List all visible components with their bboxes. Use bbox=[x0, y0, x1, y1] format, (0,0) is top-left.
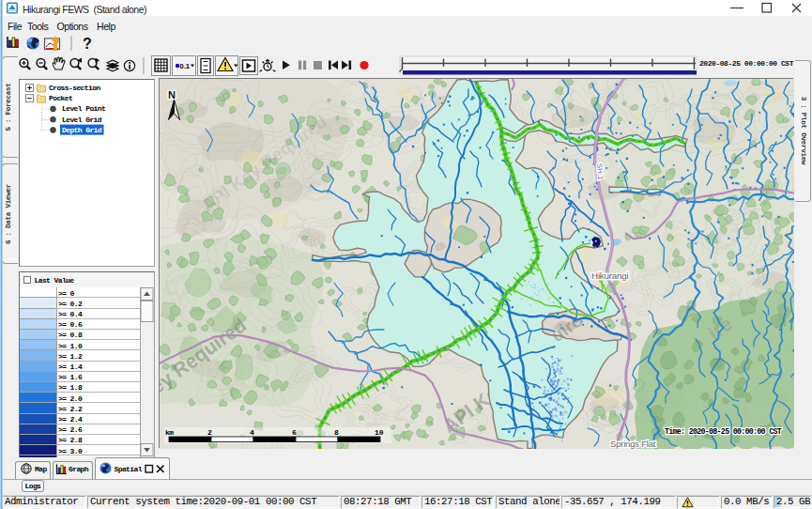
svg-text:SH 1: SH 1 bbox=[595, 163, 605, 181]
svg-text:km: km bbox=[165, 428, 174, 437]
svg-text:?: ? bbox=[83, 36, 92, 52]
svg-text:10: 10 bbox=[375, 428, 384, 437]
svg-text:Springs Flat: Springs Flat bbox=[610, 439, 656, 449]
svg-text:0.1: 0.1 bbox=[180, 62, 190, 70]
svg-text:Time: 2020-08-25 00:00:00 CST: Time: 2020-08-25 00:00:00 CST bbox=[665, 427, 782, 437]
svg-text:Hikurangi: Hikurangi bbox=[591, 270, 629, 281]
svg-text:8: 8 bbox=[334, 428, 339, 437]
svg-text:2: 2 bbox=[207, 428, 212, 437]
svg-text:4: 4 bbox=[250, 428, 254, 437]
svg-text:6: 6 bbox=[292, 428, 297, 437]
svg-text:N: N bbox=[168, 89, 176, 100]
